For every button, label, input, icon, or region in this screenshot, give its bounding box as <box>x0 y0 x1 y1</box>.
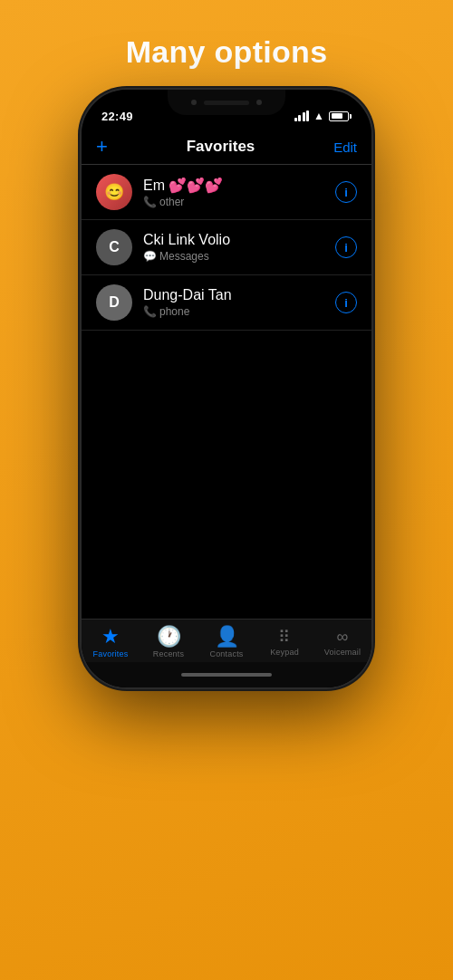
contact-item-em[interactable]: 😊 Em 💕💕💕 📞 other i <box>82 165 371 220</box>
message-icon: 💬 <box>143 250 157 263</box>
tab-voicemail[interactable]: ∞ Voicemail <box>319 629 366 657</box>
tab-bar: ★ Favorites 🕐 Recents 👤 Contacts ⠿ Keypa… <box>82 619 371 662</box>
info-button-dung[interactable]: i <box>335 292 357 313</box>
tab-contacts-label: Contacts <box>209 649 243 658</box>
notch-camera <box>191 100 197 105</box>
home-indicator <box>82 662 371 687</box>
contact-sublabel-em: other <box>159 196 184 208</box>
voicemail-icon: ∞ <box>337 629 349 645</box>
contact-name-em: Em 💕💕💕 <box>143 177 335 194</box>
contacts-list: 😊 Em 💕💕💕 📞 other i C Cki Link Volio <box>82 165 371 619</box>
avatar-dung: D <box>96 284 132 321</box>
phone-icon: 📞 <box>143 196 157 208</box>
page-headline: Many options <box>126 34 328 70</box>
add-favorite-button[interactable]: + <box>96 137 108 157</box>
notch-speaker <box>204 101 249 105</box>
tab-voicemail-label: Voicemail <box>324 648 361 657</box>
status-time: 22:49 <box>101 110 133 123</box>
contact-info-em: Em 💕💕💕 📞 other <box>143 177 335 208</box>
tab-keypad[interactable]: ⠿ Keypad <box>261 629 308 657</box>
avatar-em: 😊 <box>96 174 132 210</box>
tab-recents[interactable]: 🕐 Recents <box>145 627 192 658</box>
edit-button[interactable]: Edit <box>333 139 357 155</box>
info-button-cki[interactable]: i <box>335 236 357 258</box>
contact-item-dung[interactable]: D Dung-Dai Tan 📞 phone i <box>82 275 371 331</box>
info-button-em[interactable]: i <box>335 181 357 203</box>
contact-sub-em: 📞 other <box>143 196 335 208</box>
favorites-icon: ★ <box>101 627 120 647</box>
contacts-icon: 👤 <box>215 627 239 647</box>
contact-item-cki[interactable]: C Cki Link Volio 💬 Messages i <box>82 220 371 275</box>
screen-title: Favorites <box>187 138 255 156</box>
contact-sub-dung: 📞 phone <box>143 305 335 318</box>
contact-name-cki: Cki Link Volio <box>143 232 335 248</box>
wifi-icon: ▲ <box>313 110 324 122</box>
home-bar <box>181 673 272 677</box>
avatar-em-image: 😊 <box>96 174 132 210</box>
tab-recents-label: Recents <box>153 649 184 658</box>
status-icons: ▲ <box>294 110 352 122</box>
keypad-icon: ⠿ <box>278 629 291 645</box>
tab-favorites-label: Favorites <box>93 649 129 658</box>
contact-name-dung: Dung-Dai Tan <box>143 287 335 303</box>
contact-sublabel-cki: Messages <box>159 250 209 263</box>
notch-sensor <box>256 100 262 105</box>
contact-sublabel-dung: phone <box>159 305 189 318</box>
notch <box>168 90 285 115</box>
tab-favorites[interactable]: ★ Favorites <box>87 627 134 658</box>
screen: 22:49 ▲ + Favorites <box>82 90 371 687</box>
signal-icon <box>294 110 310 121</box>
nav-header: + Favorites Edit <box>82 130 371 164</box>
phone-frame: 22:49 ▲ + Favorites <box>82 90 371 687</box>
phone-icon-dung: 📞 <box>143 305 157 318</box>
contact-info-cki: Cki Link Volio 💬 Messages <box>143 232 335 263</box>
contact-sub-cki: 💬 Messages <box>143 250 335 263</box>
tab-contacts[interactable]: 👤 Contacts <box>203 627 250 658</box>
recents-icon: 🕐 <box>157 627 181 647</box>
avatar-cki: C <box>96 229 132 265</box>
contact-info-dung: Dung-Dai Tan 📞 phone <box>143 287 335 318</box>
battery-icon <box>329 111 352 121</box>
tab-keypad-label: Keypad <box>270 648 299 657</box>
